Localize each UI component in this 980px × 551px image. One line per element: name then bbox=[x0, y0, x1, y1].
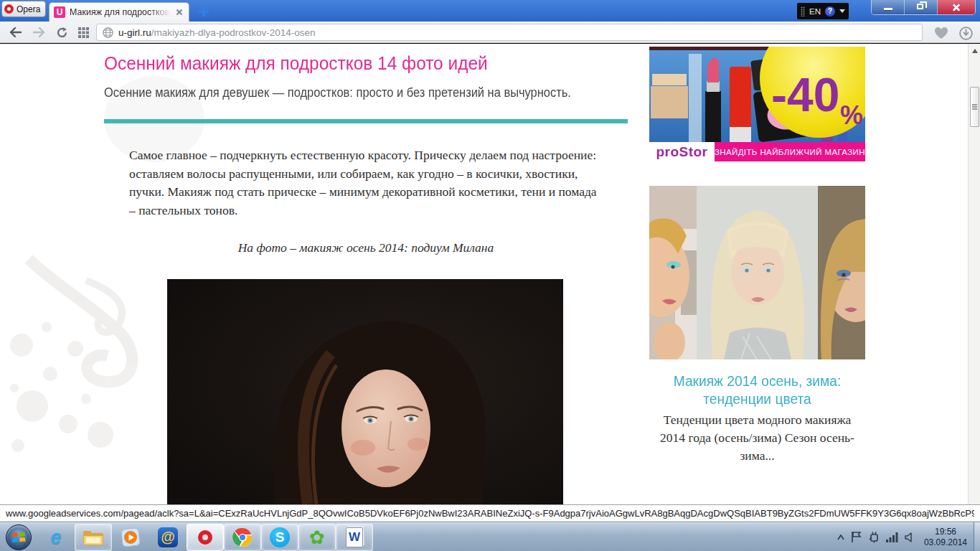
close-icon bbox=[952, 3, 961, 11]
back-icon bbox=[9, 27, 22, 37]
tray-network-button[interactable] bbox=[886, 532, 898, 542]
language-help-icon[interactable]: ? bbox=[825, 6, 835, 17]
chrome-icon bbox=[232, 527, 253, 547]
ad-brand-logo[interactable]: proStor bbox=[649, 142, 715, 161]
taskbar-skype[interactable]: S bbox=[261, 524, 298, 551]
folder-icon bbox=[83, 529, 104, 546]
network-signal-icon bbox=[886, 532, 898, 542]
reload-icon bbox=[56, 27, 68, 39]
download-button[interactable] bbox=[957, 25, 974, 41]
close-button[interactable] bbox=[938, 0, 975, 14]
url-path: /makiyazh-dlya-podrostkov-2014-osen bbox=[151, 27, 316, 38]
opera-logo-icon bbox=[4, 4, 14, 14]
address-input[interactable]: u-girl.ru/makiyazh-dlya-podrostkov-2014-… bbox=[96, 24, 923, 41]
clock-time: 19:56 bbox=[924, 527, 967, 537]
language-bar-grip[interactable] bbox=[801, 6, 805, 17]
windows-logo-icon bbox=[11, 531, 26, 544]
system-tray: 19:56 03.09.2014 bbox=[837, 522, 970, 551]
language-indicator[interactable]: EN bbox=[809, 7, 821, 16]
opera-menu-label: Opera bbox=[17, 4, 40, 14]
opera-menu-button[interactable]: Opera bbox=[1, 1, 46, 17]
article-photo-caption: На фото – макияж осень 2014: подиум Мила… bbox=[129, 240, 603, 255]
related-article-excerpt: Тенденции цвета модного макияжа 2014 год… bbox=[654, 411, 861, 465]
related-article-image[interactable] bbox=[649, 186, 865, 359]
mailru-icon: @ bbox=[158, 527, 178, 547]
taskbar-word[interactable]: W bbox=[336, 524, 373, 551]
scrollbar-thumb[interactable] bbox=[970, 87, 979, 127]
screen: Opera U Макияж для подростков EN ? bbox=[0, 0, 980, 551]
back-button[interactable] bbox=[7, 24, 24, 40]
article-title: Осенний макияж для подростков 14 фото ид… bbox=[104, 52, 596, 75]
page-scrollbar[interactable] bbox=[968, 44, 980, 504]
forward-button[interactable] bbox=[30, 24, 47, 40]
start-button[interactable] bbox=[6, 524, 32, 550]
ad-image: -40 % bbox=[649, 47, 865, 142]
taskbar-media-player[interactable] bbox=[112, 524, 149, 551]
ad-discount-percent: % bbox=[840, 100, 863, 130]
tray-hidden-icons-button[interactable] bbox=[837, 534, 844, 540]
taskbar-opera[interactable] bbox=[187, 524, 224, 551]
tray-action-center-button[interactable] bbox=[851, 531, 862, 543]
download-icon bbox=[959, 27, 973, 40]
forward-icon bbox=[32, 27, 45, 37]
icq-icon: ✿ bbox=[309, 527, 325, 547]
tray-power-button[interactable] bbox=[868, 531, 880, 543]
windows-taskbar: e @ bbox=[0, 522, 980, 551]
taskbar-icq[interactable]: ✿ bbox=[298, 524, 336, 551]
taskbar-mailru[interactable]: @ bbox=[149, 524, 187, 551]
related-article-link[interactable]: Макияж 2014 осень, зима: тенденции цвета bbox=[654, 372, 861, 408]
restore-button[interactable] bbox=[905, 0, 938, 14]
word-icon: W bbox=[346, 527, 363, 547]
browser-addressbar: u-girl.ru/makiyazh-dlya-podrostkov-2014-… bbox=[0, 22, 980, 43]
up-arrow-icon bbox=[837, 534, 844, 540]
language-options-icon[interactable] bbox=[839, 9, 845, 13]
tray-clock[interactable]: 19:56 03.09.2014 bbox=[921, 527, 970, 548]
page-viewport: Осенний макияж для подростков 14 фото ид… bbox=[0, 44, 980, 504]
skype-icon: S bbox=[270, 527, 290, 547]
show-desktop-button[interactable] bbox=[974, 522, 980, 551]
opera-icon bbox=[198, 530, 212, 545]
url-domain: u-girl.ru bbox=[118, 27, 151, 38]
tab-close-icon[interactable] bbox=[174, 7, 184, 17]
windows-language-bar[interactable]: EN ? bbox=[797, 3, 849, 19]
clock-date: 03.09.2014 bbox=[924, 537, 967, 548]
article-subtitle: Осенние макияж для девушек — подростков:… bbox=[104, 85, 616, 100]
ad-footer[interactable]: proStor ЗНАЙДІТЬ НАЙБЛИЖЧИЙ МАГАЗИН bbox=[649, 142, 865, 161]
tab-title: Макияж для подростков bbox=[70, 7, 170, 17]
ad-discount-value: -40 bbox=[771, 68, 839, 121]
minimize-icon bbox=[884, 8, 892, 10]
new-tab-button[interactable] bbox=[197, 6, 211, 17]
bookmark-button[interactable] bbox=[933, 25, 950, 41]
speaker-icon bbox=[905, 532, 915, 542]
article-photo bbox=[167, 279, 563, 504]
ad-banner[interactable]: -40 % proStor ЗНАЙДІТЬ НАЙБЛИЖЧИЙ МАГАЗИ… bbox=[649, 47, 865, 161]
globe-icon bbox=[103, 27, 113, 38]
flag-icon bbox=[851, 531, 862, 543]
tray-volume-button[interactable] bbox=[905, 532, 915, 542]
power-plug-icon bbox=[868, 531, 880, 543]
tab-favicon-icon: U bbox=[54, 6, 65, 18]
browser-tab[interactable]: U Макияж для подростков bbox=[49, 2, 189, 22]
browser-titlebar: Opera U Макияж для подростков EN ? bbox=[0, 0, 980, 22]
speed-dial-button[interactable] bbox=[75, 24, 92, 40]
heart-icon bbox=[934, 27, 948, 39]
article-body: Самое главное – подчеркнуть естественную… bbox=[129, 146, 603, 220]
status-link-url: www.googleadservices.com/pagead/aclk?sa=… bbox=[6, 508, 974, 519]
media-player-icon bbox=[121, 527, 141, 547]
ad-cta-button[interactable]: ЗНАЙДІТЬ НАЙБЛИЖЧИЙ МАГАЗИН bbox=[715, 142, 865, 161]
taskbar-windows-explorer[interactable] bbox=[75, 524, 112, 551]
scroll-up-icon[interactable] bbox=[969, 45, 980, 56]
restore-icon bbox=[917, 4, 923, 9]
internet-explorer-icon: e bbox=[50, 527, 61, 549]
browser-statusbar: www.googleadservices.com/pagead/aclk?sa=… bbox=[0, 504, 980, 522]
article-divider bbox=[104, 119, 628, 123]
reload-button[interactable] bbox=[53, 24, 70, 40]
minimize-button[interactable] bbox=[872, 0, 905, 14]
grid-icon bbox=[78, 27, 89, 38]
taskbar-internet-explorer[interactable]: e bbox=[37, 524, 75, 551]
taskbar-apps: e @ bbox=[37, 524, 373, 551]
window-controls bbox=[871, 0, 976, 15]
taskbar-chrome[interactable] bbox=[224, 524, 261, 551]
model-photo-image bbox=[167, 279, 563, 504]
